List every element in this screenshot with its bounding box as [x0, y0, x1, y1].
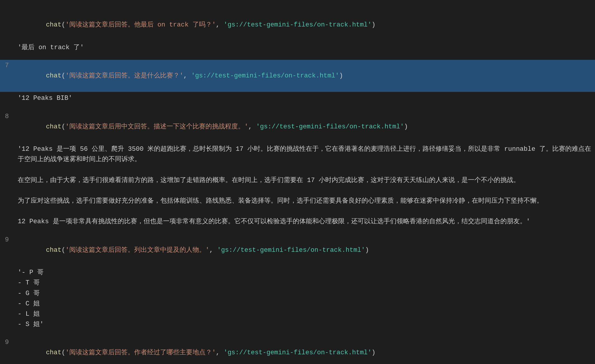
paren-open-2: (	[61, 72, 65, 80]
paren-close: )	[372, 21, 375, 29]
response-line-4: '- P 哥- T 哥- G 哥- C 姐- L 姐- S 姐'	[0, 266, 595, 331]
string-arg2-3: 'gs://test-gemini-files/on-track.html'	[256, 123, 404, 130]
line-num-3: 8	[3, 111, 15, 122]
call-line-3: 8 chat('阅读这篇文章后用中文回答。描述一下这个比赛的挑战程度。', 'g…	[0, 111, 595, 143]
keyword-chat: chat	[46, 21, 62, 29]
line-num-4: 9	[3, 235, 15, 245]
response-text-4: '- P 哥- T 哥- G 哥- C 姐- L 姐- S 姐'	[18, 267, 44, 330]
keyword-chat-4: chat	[46, 246, 62, 254]
code-container: chat('阅读这篇文章后回答。他最后 on track 了吗？', 'gs:/…	[0, 6, 595, 364]
keyword-chat-3: chat	[46, 123, 62, 130]
call-line-5: 9 chat('阅读这篇文章后回答。作者经过了哪些主要地点？', 'gs://t…	[0, 337, 595, 364]
call-line-2: 7 chat('阅读这篇文章后回答。这是什么比赛？', 'gs://test-g…	[0, 60, 595, 92]
string-arg2-2: 'gs://test-gemini-files/on-track.html'	[191, 72, 339, 80]
block-3: 8 chat('阅读这篇文章后用中文回答。描述一下这个比赛的挑战程度。', 'g…	[0, 111, 595, 228]
keyword-chat-2: chat	[46, 72, 62, 80]
block-2: 7 chat('阅读这篇文章后回答。这是什么比赛？', 'gs://test-g…	[0, 60, 595, 105]
paren-open: (	[61, 21, 65, 29]
comma-1: ,	[216, 21, 223, 29]
response-text-1: '最后 on track 了'	[18, 42, 84, 53]
line-num-2: 7	[3, 60, 15, 71]
block-4: 9 chat('阅读这篇文章后回答。列出文章中提及的人物。', 'gs://te…	[0, 234, 595, 331]
comma-2: ,	[183, 72, 191, 80]
block-1: chat('阅读这篇文章后回答。他最后 on track 了吗？', 'gs:/…	[0, 9, 595, 54]
string-arg1-2: '阅读这篇文章后回答。这是什么比赛？'	[65, 72, 183, 80]
string-arg2-5: 'gs://test-gemini-files/on-track.html'	[223, 349, 372, 356]
response-line-1: '最后 on track 了'	[0, 41, 595, 54]
response-text-2: '12 Peaks BIB'	[18, 93, 72, 103]
string-arg2-4: 'gs://test-gemini-files/on-track.html'	[217, 246, 365, 254]
call-content-4: chat('阅读这篇文章后回答。列出文章中提及的人物。', 'gs://test…	[15, 235, 592, 266]
response-line-3: '12 Peaks 是一项 56 公里、爬升 3500 米的超跑比赛，总时长限制…	[0, 143, 595, 228]
paren-close-2: )	[339, 72, 343, 80]
response-text-3: '12 Peaks 是一项 56 公里、爬升 3500 米的超跑比赛，总时长限制…	[18, 144, 592, 227]
call-content-1: chat('阅读这篇文章后回答。他最后 on track 了吗？', 'gs:/…	[15, 9, 592, 41]
response-line-2: '12 Peaks BIB'	[0, 92, 595, 105]
block-5: 9 chat('阅读这篇文章后回答。作者经过了哪些主要地点？', 'gs://t…	[0, 337, 595, 364]
call-content-2: chat('阅读这篇文章后回答。这是什么比赛？', 'gs://test-gem…	[15, 60, 592, 92]
string-arg1-3: '阅读这篇文章后用中文回答。描述一下这个比赛的挑战程度。'	[65, 123, 248, 130]
string-arg1-5: '阅读这篇文章后回答。作者经过了哪些主要地点？'	[65, 349, 216, 356]
string-arg1-4: '阅读这篇文章后回答。列出文章中提及的人物。'	[65, 246, 209, 254]
line-num-5: 9	[3, 337, 15, 348]
keyword-chat-5: chat	[46, 349, 62, 356]
call-line-4: 9 chat('阅读这篇文章后回答。列出文章中提及的人物。', 'gs://te…	[0, 234, 595, 267]
string-arg1-1: '阅读这篇文章后回答。他最后 on track 了吗？'	[65, 21, 216, 29]
call-content-3: chat('阅读这篇文章后用中文回答。描述一下这个比赛的挑战程度。', 'gs:…	[15, 111, 592, 143]
string-arg2-1: 'gs://test-gemini-files/on-track.html'	[223, 21, 372, 29]
call-line-1: chat('阅读这篇文章后回答。他最后 on track 了吗？', 'gs:/…	[0, 9, 595, 41]
call-content-5: chat('阅读这篇文章后回答。作者经过了哪些主要地点？', 'gs://tes…	[15, 337, 592, 364]
